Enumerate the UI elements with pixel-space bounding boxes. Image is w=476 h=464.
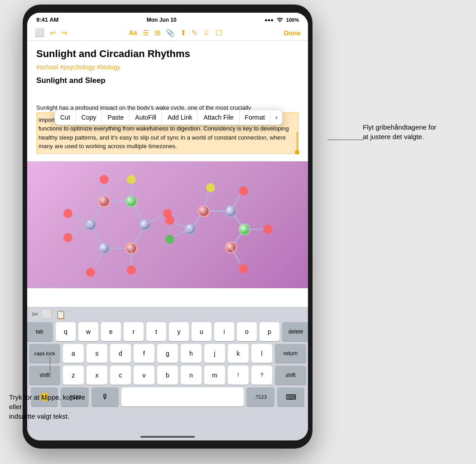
- svg-point-15: [63, 233, 72, 242]
- checklist-icon[interactable]: ☰: [143, 29, 149, 37]
- autofill-button[interactable]: AutoFill: [130, 110, 162, 125]
- attachment-icon[interactable]: 📎: [166, 29, 175, 37]
- svg-point-36: [206, 183, 215, 192]
- copy-button[interactable]: Copy: [76, 110, 102, 125]
- ipad-frame: 9:41 AM Mon Jun 10 ●●● 100% ⬜ ↩ ↪ Aa ☰ ⊞…: [23, 5, 313, 449]
- svg-point-17: [100, 175, 109, 184]
- key-g[interactable]: g: [157, 344, 178, 363]
- paste-icon[interactable]: 📋: [56, 309, 66, 319]
- key-v[interactable]: v: [134, 366, 154, 385]
- key-row-3: shift z x c v b n m ! ? shift: [29, 366, 306, 385]
- svg-point-25: [86, 268, 95, 277]
- molecule-image: [27, 161, 308, 288]
- key-d[interactable]: d: [110, 344, 131, 363]
- key-q[interactable]: q: [56, 322, 76, 341]
- callout-bottom-left: Tryk for at klippe, kopiere ellerindsætt…: [9, 392, 100, 421]
- new-note-icon[interactable]: ☐: [216, 29, 222, 37]
- svg-point-23: [127, 266, 136, 275]
- callout-bottom-text: Tryk for at klippe, kopiere ellerindsætt…: [9, 393, 85, 420]
- wifi-icon: [276, 17, 284, 23]
- numbers-key-right[interactable]: .?123: [246, 387, 274, 406]
- key-row-2: caps lock a s d f g h j k l return: [29, 344, 306, 363]
- key-n[interactable]: n: [181, 366, 202, 385]
- status-bar: 9:41 AM Mon Jun 10 ●●● 100%: [27, 13, 308, 25]
- toolbar: ⬜ ↩ ↪ Aa ☰ ⊞ 📎 ⬆ ✎ ☺ ☐ Done: [27, 25, 308, 41]
- key-exclaim[interactable]: !: [228, 366, 249, 385]
- text-format-icon[interactable]: Aa: [129, 29, 137, 36]
- key-j[interactable]: j: [204, 344, 225, 363]
- key-row-1: tab q w e r t y u i o p delete: [29, 322, 306, 341]
- key-b[interactable]: b: [157, 366, 178, 385]
- selection-handle-dot[interactable]: [295, 150, 299, 155]
- spacebar-key[interactable]: [121, 387, 244, 406]
- note-title: Sunlight and Circadian Rhythms: [36, 48, 299, 60]
- svg-point-44: [165, 216, 174, 225]
- note-content: Sunlight and Circadian Rhythms #school #…: [27, 41, 308, 161]
- key-y[interactable]: y: [169, 322, 189, 341]
- callout-right-line: [327, 140, 364, 140]
- key-i[interactable]: i: [214, 322, 234, 341]
- more-button[interactable]: ›: [271, 110, 282, 125]
- keyboard-key[interactable]: ⌨: [277, 387, 304, 406]
- status-icons: ●●● 100%: [264, 17, 299, 23]
- signal-icon: ●●●: [264, 17, 274, 23]
- return-key[interactable]: return: [275, 344, 306, 363]
- status-date: Mon Jun 10: [147, 17, 177, 23]
- svg-point-13: [63, 209, 72, 218]
- key-u[interactable]: u: [192, 322, 212, 341]
- molecule-svg: [27, 161, 308, 288]
- key-t[interactable]: t: [146, 322, 166, 341]
- key-question[interactable]: ?: [251, 366, 272, 385]
- status-time: 9:41 AM: [36, 16, 58, 23]
- key-p[interactable]: p: [260, 322, 279, 341]
- delete-key[interactable]: delete: [282, 322, 308, 341]
- add-link-button[interactable]: Add Link: [162, 110, 198, 125]
- key-m[interactable]: m: [204, 366, 225, 385]
- key-l[interactable]: l: [251, 344, 272, 363]
- key-x[interactable]: x: [87, 366, 107, 385]
- key-a[interactable]: a: [63, 344, 84, 363]
- svg-point-38: [239, 186, 248, 195]
- undo-icon[interactable]: ↩: [50, 29, 56, 37]
- svg-point-40: [264, 225, 273, 234]
- key-h[interactable]: h: [181, 344, 202, 363]
- callout-right: Flyt gribehåndtagene forat justere det v…: [363, 122, 462, 141]
- cut-button[interactable]: Cut: [55, 110, 76, 125]
- emoji-icon[interactable]: ☺: [203, 29, 210, 37]
- key-o[interactable]: o: [237, 322, 257, 341]
- context-menu: Cut Copy Paste AutoFill Add Link Attach …: [54, 110, 283, 125]
- molecule-right: [165, 183, 273, 273]
- svg-point-46: [165, 235, 174, 244]
- tab-key[interactable]: tab: [27, 322, 53, 341]
- ipad-screen: 9:41 AM Mon Jun 10 ●●● 100% ⬜ ↩ ↪ Aa ☰ ⊞…: [27, 13, 308, 440]
- table-icon[interactable]: ⊞: [154, 29, 160, 37]
- redo-icon[interactable]: ↪: [61, 29, 67, 37]
- home-indicator: [140, 436, 195, 438]
- key-f[interactable]: f: [134, 344, 154, 363]
- callout-right-text: Flyt gribehåndtagene forat justere det v…: [363, 123, 437, 140]
- svg-point-42: [239, 264, 248, 273]
- capslock-key[interactable]: caps lock: [29, 344, 60, 363]
- done-button[interactable]: Done: [284, 29, 301, 37]
- markup-icon[interactable]: ✎: [192, 29, 197, 37]
- attach-file-button[interactable]: Attach File: [198, 110, 239, 125]
- note-tags: #school #psychology #biology: [36, 63, 299, 71]
- shift-right-key[interactable]: shift: [275, 366, 306, 385]
- key-z[interactable]: z: [63, 366, 84, 385]
- key-k[interactable]: k: [228, 344, 249, 363]
- molecule-left: [63, 175, 172, 277]
- key-c[interactable]: c: [110, 366, 131, 385]
- format-button[interactable]: Format: [240, 110, 271, 125]
- paste-button[interactable]: Paste: [102, 110, 130, 125]
- scissors-icon[interactable]: ✂: [32, 309, 38, 319]
- share-icon[interactable]: ⬆: [180, 29, 186, 37]
- key-w[interactable]: w: [78, 322, 98, 341]
- sidebar-icon[interactable]: ⬜: [34, 28, 44, 38]
- copy-icon[interactable]: ⬜: [42, 309, 52, 319]
- keyboard-toolbar: ✂ ⬜ 📋: [27, 307, 308, 322]
- key-r[interactable]: r: [124, 322, 144, 341]
- shift-left-key[interactable]: shift: [29, 366, 60, 385]
- key-s[interactable]: s: [87, 344, 107, 363]
- key-e[interactable]: e: [101, 322, 121, 341]
- battery-icon: 100%: [286, 17, 299, 23]
